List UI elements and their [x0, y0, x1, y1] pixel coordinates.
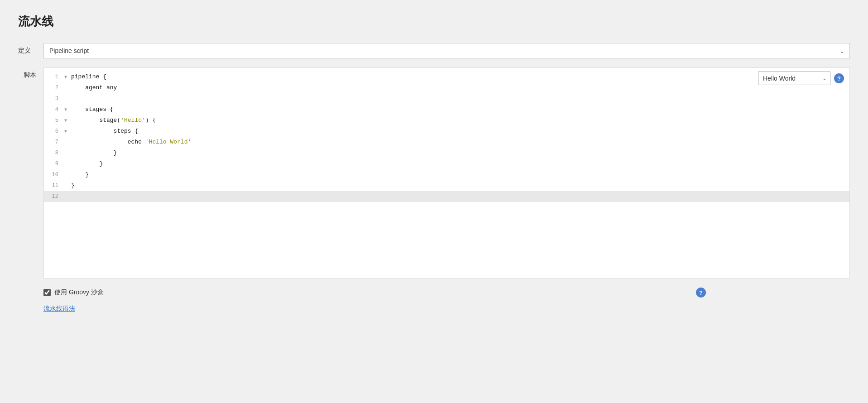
groovy-help-icon[interactable]: ? — [696, 288, 706, 297]
definition-row: 定义 Pipeline script Pipeline script from … — [18, 43, 850, 58]
code-line-1: 1 ▼ pipeline { — [44, 72, 849, 82]
editor-padding — [44, 202, 849, 274]
code-line-9: 9 } — [44, 158, 849, 169]
code-content-1: pipeline { — [69, 72, 106, 82]
code-line-2: 2 agent any — [44, 82, 849, 93]
page-container: 流水线 定义 Pipeline script Pipeline script f… — [0, 0, 868, 403]
line-number-12: 12 — [44, 192, 62, 201]
script-editor-container: Hello World Scripted Pipeline ⌄ ? 1 ▼ pi… — [43, 67, 850, 278]
template-select[interactable]: Hello World Scripted Pipeline — [758, 72, 830, 85]
line-number-8: 8 — [44, 149, 62, 158]
page-title: 流水线 — [18, 14, 850, 29]
definition-select[interactable]: Pipeline script Pipeline script from SCM — [43, 43, 850, 58]
code-content-5: stage('Hello') { — [69, 115, 156, 125]
code-line-10: 10 } — [44, 169, 849, 180]
code-content-10: } — [69, 170, 89, 180]
code-line-11: 11 } — [44, 180, 849, 191]
script-toolbar: Hello World Scripted Pipeline ⌄ ? — [758, 72, 844, 85]
groovy-sandbox-row: 使用 Groovy 沙盒 ? — [43, 288, 850, 297]
fold-arrow-4[interactable]: ▼ — [62, 106, 69, 114]
definition-select-wrapper: Pipeline script Pipeline script from SCM… — [43, 43, 850, 58]
line-number-11: 11 — [44, 181, 62, 190]
template-select-wrapper: Hello World Scripted Pipeline ⌄ — [758, 72, 830, 85]
line-number-2: 2 — [44, 83, 62, 92]
code-content-8: } — [69, 148, 117, 158]
code-line-3: 3 — [44, 93, 849, 104]
definition-label: 定义 — [18, 47, 36, 55]
groovy-sandbox-checkbox[interactable] — [43, 289, 51, 296]
line-number-9: 9 — [44, 159, 62, 168]
line-number-5: 5 — [44, 116, 62, 125]
code-line-5: 5 ▼ stage('Hello') { — [44, 115, 849, 126]
groovy-sandbox-label: 使用 Groovy 沙盒 — [54, 288, 104, 297]
code-content-11: } — [69, 181, 75, 191]
script-help-icon[interactable]: ? — [834, 73, 844, 83]
line-number-6: 6 — [44, 127, 62, 136]
fold-arrow-6[interactable]: ▼ — [62, 128, 69, 135]
code-line-4: 4 ▼ stages { — [44, 104, 849, 115]
line-number-10: 10 — [44, 170, 62, 179]
line-number-7: 7 — [44, 138, 62, 147]
script-label: 脚本 — [18, 67, 36, 79]
code-content-6: steps { — [69, 126, 138, 136]
code-line-8: 8 } — [44, 148, 849, 158]
code-content-9: } — [69, 159, 103, 169]
line-number-1: 1 — [44, 72, 62, 82]
code-line-12: 12 — [44, 191, 849, 202]
code-line-7: 7 echo 'Hello World' — [44, 137, 849, 148]
code-content-2: agent any — [69, 83, 117, 93]
fold-arrow-5[interactable]: ▼ — [62, 117, 69, 125]
line-number-3: 3 — [44, 94, 62, 103]
line-number-4: 4 — [44, 105, 62, 114]
pipeline-syntax-link[interactable]: 流水线语法 — [43, 305, 850, 313]
script-section: 脚本 Hello World Scripted Pipeline ⌄ ? 1 ▼ — [18, 67, 850, 278]
code-content-4: stages { — [69, 105, 114, 115]
code-editor[interactable]: 1 ▼ pipeline { 2 agent any 3 4 ▼ — [44, 68, 849, 278]
fold-arrow-1[interactable]: ▼ — [62, 73, 69, 81]
code-content-7: echo 'Hello World' — [69, 137, 191, 147]
code-line-6: 6 ▼ steps { — [44, 126, 849, 137]
